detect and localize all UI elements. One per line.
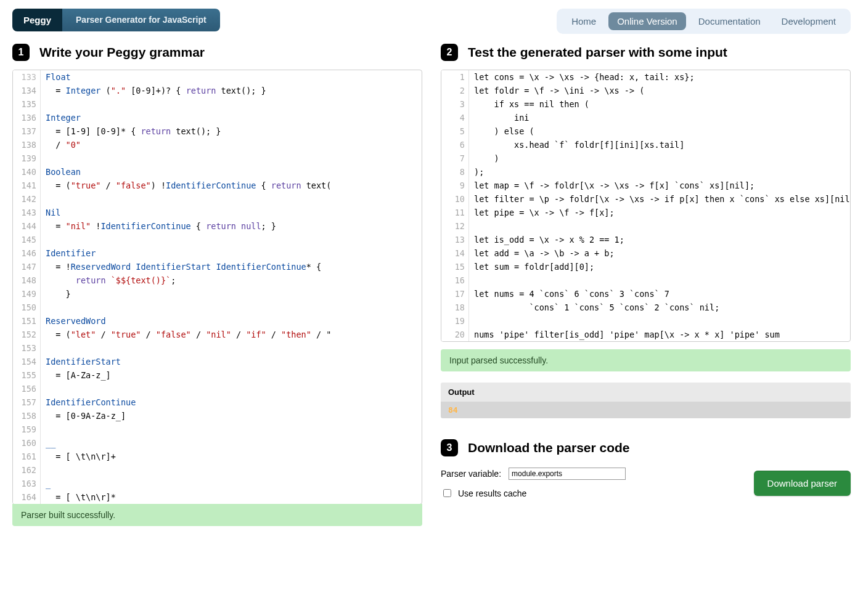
cache-checkbox[interactable]	[443, 489, 451, 497]
nav-online-version[interactable]: Online Version	[608, 12, 686, 30]
download-parser-button[interactable]: Download parser	[754, 471, 851, 496]
cache-label: Use results cache	[458, 488, 526, 498]
nav-development[interactable]: Development	[773, 12, 845, 30]
input-editor[interactable]: 1234567891011121314151617181920 let cons…	[441, 70, 851, 342]
step-3-title: Download the parser code	[468, 440, 630, 455]
nav-documentation[interactable]: Documentation	[690, 12, 769, 30]
nav-home[interactable]: Home	[563, 12, 605, 30]
parser-variable-input[interactable]	[509, 468, 626, 480]
input-code[interactable]: let cons = \x -> \xs -> {head: x, tail: …	[469, 70, 850, 341]
grammar-gutter: 1331341351361371381391401411421431441451…	[13, 70, 41, 504]
top-nav: Home Online Version Documentation Develo…	[557, 9, 851, 34]
brand-tagline: Parser Generator for JavaScript	[62, 9, 220, 31]
step-2-title: Test the generated parser with some inpu…	[468, 45, 727, 60]
step-1-title: Write your Peggy grammar	[39, 45, 205, 60]
parser-variable-label: Parser variable:	[441, 469, 501, 479]
step-3-badge: 3	[441, 439, 458, 456]
brand: Peggy Parser Generator for JavaScript	[12, 9, 220, 31]
step-1-badge: 1	[12, 44, 30, 61]
input-status: Input parsed successfully.	[441, 349, 851, 371]
grammar-editor[interactable]: 1331341351361371381391401411421431441451…	[12, 70, 422, 505]
output-value: 84	[441, 402, 851, 418]
cache-row[interactable]: Use results cache	[441, 487, 626, 499]
brand-name[interactable]: Peggy	[12, 9, 62, 31]
step-2-badge: 2	[441, 44, 458, 61]
grammar-code[interactable]: Float = Integer ("." [0-9]+)? { return t…	[41, 70, 422, 504]
grammar-status: Parser built successfully.	[12, 504, 422, 526]
input-gutter: 1234567891011121314151617181920	[441, 70, 469, 341]
output-label: Output	[441, 383, 851, 402]
